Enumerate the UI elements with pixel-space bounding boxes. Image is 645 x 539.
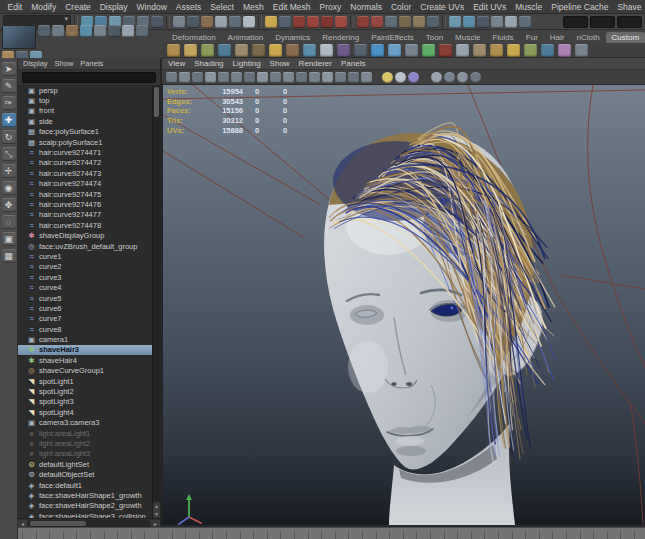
shelf-icon-6[interactable] bbox=[252, 44, 265, 57]
outliner-item-curve6[interactable]: ≈curve6 bbox=[18, 303, 160, 313]
status-icon-8[interactable] bbox=[187, 16, 199, 28]
shelf-icon-25[interactable] bbox=[575, 44, 588, 57]
viewport-toolbar-icon-4[interactable] bbox=[205, 72, 216, 83]
viewport-toolbar-icon-23[interactable] bbox=[470, 72, 481, 83]
outliner-item-curve4[interactable]: ≈curve4 bbox=[18, 282, 160, 292]
outliner-item-shavedisplaygroup[interactable]: ✱shaveDisplayGroup bbox=[18, 230, 160, 240]
status-icon-22[interactable] bbox=[399, 16, 411, 28]
shelf-icon-5[interactable] bbox=[235, 44, 248, 57]
quick-icon-4[interactable] bbox=[80, 25, 92, 37]
outliner-item-shavehair3[interactable]: ✱shaveHair3 bbox=[18, 345, 160, 355]
shelf-icon-12[interactable] bbox=[354, 44, 367, 57]
status-icon-9[interactable] bbox=[201, 16, 213, 28]
outliner-item-curve8[interactable]: ≈curve8 bbox=[18, 324, 160, 334]
viewport-toolbar-icon-15[interactable] bbox=[348, 72, 359, 83]
outliner-item-shavecurvegroup1[interactable]: ◎shaveCurveGroup1 bbox=[18, 366, 160, 376]
viewport-menu-view[interactable]: View bbox=[168, 59, 185, 68]
menu-color[interactable]: Color bbox=[386, 2, 415, 12]
layout-four-pane[interactable]: ▦ bbox=[2, 249, 16, 263]
menu-edit-mesh[interactable]: Edit Mesh bbox=[268, 2, 315, 12]
viewport-toolbar-icon-8[interactable] bbox=[257, 72, 268, 83]
menu-shave[interactable]: Shave bbox=[613, 2, 645, 12]
status-input-field-1[interactable] bbox=[563, 16, 588, 28]
outliner-item-curve3[interactable]: ≈curve3 bbox=[18, 272, 160, 282]
viewport-toolbar-icon-6[interactable] bbox=[231, 72, 242, 83]
outliner-item-camera1[interactable]: ▣camera1 bbox=[18, 334, 160, 344]
outliner-item-spotlight1[interactable]: ◥spotLight1 bbox=[18, 376, 160, 386]
outliner-item-hair-curve9274472[interactable]: ≈hair:curve9274472 bbox=[18, 158, 160, 168]
outliner-item-hair-curve9274478[interactable]: ≈hair:curve9274478 bbox=[18, 220, 160, 230]
quick-icon-2[interactable] bbox=[52, 25, 64, 37]
outliner-item-camera3-camera3[interactable]: ▣camera3:camera3 bbox=[18, 418, 160, 428]
outliner-item-curve1[interactable]: ≈curve1 bbox=[18, 251, 160, 261]
outliner-item-hair-curve9274473[interactable]: ≈hair:curve9274473 bbox=[18, 168, 160, 178]
shelf-icon-20[interactable] bbox=[490, 44, 503, 57]
outliner-item-curve2[interactable]: ≈curve2 bbox=[18, 262, 160, 272]
viewport-toolbar-icon-13[interactable] bbox=[322, 72, 333, 83]
outliner-item-face-default1[interactable]: ◈face:default1 bbox=[18, 480, 160, 490]
quick-icon-6[interactable] bbox=[108, 25, 120, 37]
viewport-toolbar-icon-14[interactable] bbox=[335, 72, 346, 83]
shelf-icon-14[interactable] bbox=[388, 44, 401, 57]
menu-proxy[interactable]: Proxy bbox=[315, 2, 346, 12]
universal-manip-tool[interactable]: ✛ bbox=[2, 164, 16, 178]
outliner-item-face-shavehairshape1-growth[interactable]: ◈face:shaveHairShape1_growth bbox=[18, 490, 160, 500]
shelf-tab-deformation[interactable]: Deformation bbox=[166, 32, 222, 43]
viewport-toolbar-icon-5[interactable] bbox=[218, 72, 229, 83]
quick-icon-3[interactable] bbox=[66, 25, 78, 37]
shelf-tab-fur[interactable]: Fur bbox=[520, 32, 544, 43]
viewport-toolbar-icon-11[interactable] bbox=[296, 72, 307, 83]
status-icon-16[interactable] bbox=[307, 16, 319, 28]
outliner-item-hair-curve9274474[interactable]: ≈hair:curve9274474 bbox=[18, 179, 160, 189]
outliner-menu-display[interactable]: Display bbox=[23, 59, 48, 68]
paint-select-tool[interactable]: ✑ bbox=[2, 96, 16, 110]
viewport-toolbar-icon-2[interactable] bbox=[179, 72, 190, 83]
status-icon-19[interactable] bbox=[357, 16, 369, 28]
shelf-tab-fluids[interactable]: Fluids bbox=[486, 32, 519, 43]
status-icon-17[interactable] bbox=[321, 16, 333, 28]
viewport-toolbar-icon-3[interactable] bbox=[192, 72, 203, 83]
outliner-item-spotlight3[interactable]: ◥spotLight3 bbox=[18, 397, 160, 407]
lasso-select-tool[interactable]: ✎ bbox=[2, 79, 16, 93]
shelf-tab-custom[interactable]: Custom bbox=[606, 32, 645, 43]
shelf-tab-hair[interactable]: Hair bbox=[544, 32, 571, 43]
outliner-item-hair-curve9274477[interactable]: ≈hair:curve9274477 bbox=[18, 210, 160, 220]
shelf-tab-toon[interactable]: Toon bbox=[420, 32, 449, 43]
viewport-menu-renderer[interactable]: Renderer bbox=[299, 59, 332, 68]
shelf-icon-16[interactable] bbox=[422, 44, 435, 57]
viewport-toolbar-icon-1[interactable] bbox=[166, 72, 177, 83]
shelf-tab-dynamics[interactable]: Dynamics bbox=[269, 32, 316, 43]
menu-mesh[interactable]: Mesh bbox=[238, 2, 268, 12]
shelf-icon-8[interactable] bbox=[286, 44, 299, 57]
status-icon-21[interactable] bbox=[385, 16, 397, 28]
shelf-tab-animation[interactable]: Animation bbox=[222, 32, 270, 43]
outliner-item-face-polysurface1[interactable]: ▦face:polySurface1 bbox=[18, 127, 160, 137]
status-icon-6[interactable] bbox=[151, 16, 163, 28]
shelf-icon-22[interactable] bbox=[524, 44, 537, 57]
viewport-toolbar-icon-19[interactable] bbox=[408, 72, 419, 83]
viewport-menu-show[interactable]: Show bbox=[270, 59, 290, 68]
time-slider[interactable] bbox=[18, 527, 645, 539]
outliner-item-front[interactable]: ▣front bbox=[18, 106, 160, 116]
outliner-vertical-scrollbar[interactable]: ▲ ▼ bbox=[152, 85, 160, 518]
shelf-icon-10[interactable] bbox=[320, 44, 333, 57]
status-icon-12[interactable] bbox=[243, 16, 255, 28]
status-icon-20[interactable] bbox=[371, 16, 383, 28]
outliner-item-face-uvzbrush-default-group[interactable]: ◎face:uvZBrush_default_group bbox=[18, 241, 160, 251]
scroll-up-arrow-icon[interactable]: ▲ bbox=[153, 502, 160, 510]
viewport-toolbar-icon-9[interactable] bbox=[270, 72, 281, 83]
menu-pipeline-cache[interactable]: Pipeline Cache bbox=[547, 2, 613, 12]
scroll-down-arrow-icon[interactable]: ▼ bbox=[153, 510, 160, 518]
outliner-item-defaultobjectset[interactable]: ⚙defaultObjectSet bbox=[18, 469, 160, 479]
shelf-icon-1[interactable] bbox=[167, 44, 180, 57]
outliner-menu-panels[interactable]: Panels bbox=[80, 59, 103, 68]
outliner-item-scalp-polysurface1[interactable]: ▦scalp:polySurface1 bbox=[18, 137, 160, 147]
status-icon-18[interactable] bbox=[335, 16, 347, 28]
scrollbar-track[interactable] bbox=[28, 520, 150, 527]
viewport-toolbar-icon-17[interactable] bbox=[382, 72, 393, 83]
outliner-item-spotlight2[interactable]: ◥spotLight2 bbox=[18, 386, 160, 396]
shelf-icon-9[interactable] bbox=[303, 44, 316, 57]
status-icon-14[interactable] bbox=[279, 16, 291, 28]
quick-icon-7[interactable] bbox=[122, 25, 134, 37]
menu-create[interactable]: Create bbox=[61, 2, 96, 12]
